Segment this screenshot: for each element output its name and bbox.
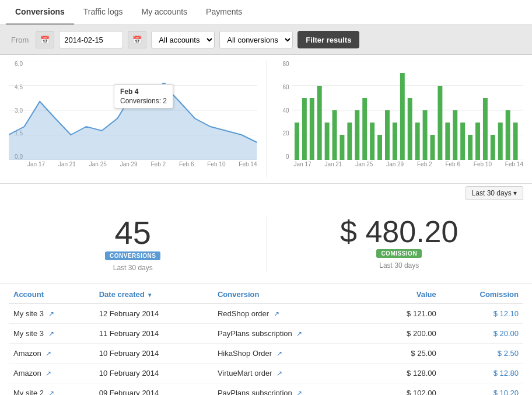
tab-payments[interactable]: Payments bbox=[197, 0, 251, 25]
col-header-comission[interactable]: Comission bbox=[441, 284, 523, 304]
svg-rect-39 bbox=[498, 123, 502, 160]
col-header-value[interactable]: Value bbox=[374, 284, 441, 304]
account-link-icon[interactable]: ↗ bbox=[48, 389, 54, 395]
table-row: Amazon ↗ 10 February 2014 HikaShop Order… bbox=[9, 344, 523, 363]
conversions-select[interactable]: All conversions bbox=[219, 31, 293, 48]
cell-date: 11 February 2014 bbox=[94, 324, 213, 344]
svg-rect-19 bbox=[347, 123, 352, 160]
cell-value: $ 102.00 bbox=[374, 383, 441, 396]
conversion-link-icon[interactable]: ↗ bbox=[276, 369, 282, 377]
account-link-icon[interactable]: ↗ bbox=[46, 349, 51, 358]
svg-rect-26 bbox=[400, 73, 404, 160]
cell-value: $ 121.00 bbox=[374, 304, 441, 324]
svg-rect-12 bbox=[294, 123, 299, 160]
cell-comission: $ 12.10 bbox=[441, 304, 523, 324]
cell-comission: $ 20.00 bbox=[441, 324, 523, 344]
last30-bar: Last 30 days ▾ bbox=[0, 184, 532, 205]
cell-conversion: HikaShop Order ↗ bbox=[213, 344, 374, 363]
conversion-link-icon[interactable]: ↗ bbox=[274, 310, 279, 318]
cell-conversion: RedShop order ↗ bbox=[213, 304, 374, 324]
tooltip-text: Conversions: 2 bbox=[120, 97, 167, 105]
tab-traffic-logs[interactable]: Traffic logs bbox=[74, 0, 132, 25]
svg-rect-40 bbox=[505, 110, 510, 160]
svg-rect-15 bbox=[317, 86, 321, 160]
filter-results-button[interactable]: Filter results bbox=[298, 31, 359, 48]
conversions-stat: 45 CONVERSIONS Last 30 days bbox=[0, 216, 267, 272]
x-axis-labels-left: Jan 17 Jan 21 Jan 25 Jan 29 Feb 2 Feb 6 … bbox=[9, 160, 257, 167]
tabs-bar: Conversions Traffic logs My accounts Pay… bbox=[0, 0, 532, 25]
svg-rect-25 bbox=[392, 123, 397, 160]
accounts-select[interactable]: All accounts My site 2 My site 3 Amazon bbox=[151, 31, 215, 48]
table-area: Account Date created ▾ Conversion Value … bbox=[0, 284, 532, 395]
from-calendar-icon[interactable]: 📅 bbox=[36, 31, 54, 48]
last30-button[interactable]: Last 30 days ▾ bbox=[466, 186, 523, 200]
tab-my-accounts[interactable]: My accounts bbox=[132, 0, 197, 25]
svg-rect-35 bbox=[468, 135, 473, 160]
col-header-date[interactable]: Date created ▾ bbox=[94, 284, 213, 304]
x-axis-labels-right: Jan 17 Jan 21 Jan 25 Jan 29 Feb 2 Feb 6 … bbox=[275, 160, 524, 167]
tab-conversions[interactable]: Conversions bbox=[6, 0, 74, 25]
svg-rect-30 bbox=[430, 135, 435, 160]
cell-value: $ 128.00 bbox=[374, 363, 441, 383]
cell-date: 09 February 2014 bbox=[94, 383, 213, 396]
cell-date: 10 February 2014 bbox=[94, 344, 213, 363]
svg-rect-41 bbox=[513, 123, 517, 160]
commission-badge: COMISSION bbox=[376, 249, 422, 258]
svg-rect-28 bbox=[415, 123, 419, 160]
date-input[interactable] bbox=[59, 31, 123, 48]
cell-account: Amazon ↗ bbox=[9, 344, 94, 363]
svg-rect-20 bbox=[355, 110, 359, 160]
svg-rect-29 bbox=[422, 110, 427, 160]
account-link-icon[interactable]: ↗ bbox=[46, 369, 51, 377]
table-body: My site 3 ↗ 12 February 2014 RedShop ord… bbox=[9, 304, 523, 396]
line-chart-svg bbox=[9, 61, 257, 160]
table-row: My site 2 ↗ 09 February 2014 PayPlans su… bbox=[9, 383, 523, 396]
conversion-link-icon[interactable]: ↗ bbox=[296, 389, 302, 395]
commission-value: $ 480.20 bbox=[267, 216, 533, 247]
col-header-account[interactable]: Account bbox=[9, 284, 94, 304]
conversion-link-icon[interactable]: ↗ bbox=[296, 330, 302, 338]
to-calendar-icon[interactable]: 📅 bbox=[128, 31, 146, 48]
account-link-icon[interactable]: ↗ bbox=[48, 330, 54, 338]
filter-bar: From 📅 📅 All accounts My site 2 My site … bbox=[0, 25, 532, 55]
charts-area: 6,0 4,5 3,0 1,5 0,0 Feb 4 Conversions: 2 bbox=[0, 55, 532, 184]
y-axis-labels-right: 80 60 40 20 0 bbox=[275, 61, 292, 160]
cell-conversion: PayPlans subscription ↗ bbox=[213, 383, 374, 396]
cell-account: My site 3 ↗ bbox=[9, 304, 94, 324]
svg-rect-36 bbox=[475, 123, 480, 160]
col-header-conversion[interactable]: Conversion bbox=[213, 284, 374, 304]
cell-value: $ 25.00 bbox=[374, 344, 441, 363]
conversions-sub: Last 30 days bbox=[0, 264, 266, 272]
cell-conversion: VirtueMart order ↗ bbox=[213, 363, 374, 383]
svg-rect-13 bbox=[302, 98, 306, 160]
table-row: My site 3 ↗ 12 February 2014 RedShop ord… bbox=[9, 304, 523, 324]
svg-rect-21 bbox=[362, 98, 367, 160]
svg-rect-32 bbox=[445, 123, 450, 160]
table-row: Amazon ↗ 10 February 2014 VirtueMart ord… bbox=[9, 363, 523, 383]
conversions-count: 45 bbox=[0, 216, 266, 249]
svg-rect-38 bbox=[490, 135, 495, 160]
bar-chart-svg bbox=[292, 61, 524, 160]
svg-rect-37 bbox=[482, 98, 487, 160]
cell-comission: $ 10.20 bbox=[441, 383, 523, 396]
sort-icon: ▾ bbox=[148, 292, 151, 298]
cell-comission: $ 2.50 bbox=[441, 344, 523, 363]
cell-account: Amazon ↗ bbox=[9, 363, 94, 383]
line-chart: 6,0 4,5 3,0 1,5 0,0 Feb 4 Conversions: 2 bbox=[9, 61, 267, 177]
cell-date: 10 February 2014 bbox=[94, 363, 213, 383]
from-label: From bbox=[9, 36, 31, 44]
account-link-icon[interactable]: ↗ bbox=[48, 310, 54, 318]
svg-rect-16 bbox=[324, 123, 329, 160]
conversion-link-icon[interactable]: ↗ bbox=[276, 349, 282, 358]
cell-value: $ 200.00 bbox=[374, 324, 441, 344]
conversions-table: Account Date created ▾ Conversion Value … bbox=[9, 284, 523, 395]
commission-stat: $ 480.20 COMISSION Last 30 days bbox=[267, 216, 533, 272]
stats-area: 45 CONVERSIONS Last 30 days $ 480.20 COM… bbox=[0, 205, 532, 284]
cell-account: My site 3 ↗ bbox=[9, 324, 94, 344]
bar-chart: 80 60 40 20 0 bbox=[275, 61, 524, 177]
svg-rect-34 bbox=[460, 123, 465, 160]
conversions-badge: CONVERSIONS bbox=[105, 251, 160, 260]
svg-rect-14 bbox=[309, 98, 314, 160]
table-header: Account Date created ▾ Conversion Value … bbox=[9, 284, 523, 304]
tooltip-date: Feb 4 bbox=[120, 88, 167, 96]
